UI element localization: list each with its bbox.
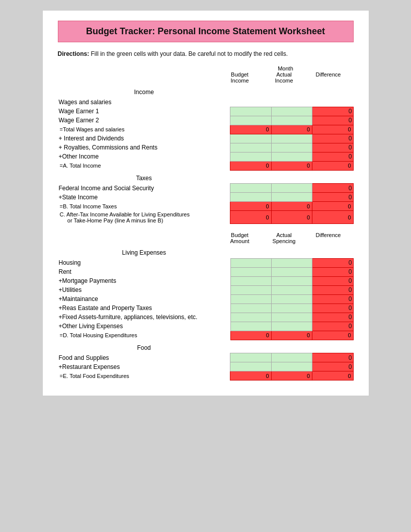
other-living-row: +Other Living Expenses 0	[58, 322, 354, 331]
food-supplies-diff: 0	[312, 353, 353, 362]
federal-tax-row: Federal Income and Social Security 0	[58, 184, 354, 193]
federal-tax-budget[interactable]	[230, 184, 271, 193]
wage-earner2-row: Wage Earner 2 0	[58, 116, 354, 125]
housing-label: Housing	[58, 258, 231, 267]
income-section-title-row: Income	[58, 85, 354, 98]
total-income-label: =A. Total Income	[58, 161, 230, 170]
fixed-assets-label: +Fixed Assets-furniture, appliances, tel…	[58, 313, 231, 322]
directions-label: Directions:	[58, 50, 90, 57]
fixed-assets-row: +Fixed Assets-furniture, appliances, tel…	[58, 313, 354, 322]
fixed-assets-actual[interactable]	[271, 313, 312, 322]
total-wages-label: =Total Wages and salaries	[58, 125, 230, 134]
living-section-title-row: Living Expenses	[58, 245, 354, 258]
food-supplies-budget[interactable]	[230, 353, 271, 362]
total-housing-diff: 0	[312, 331, 353, 340]
page-title: Budget Tracker: Personal Income Statemen…	[68, 26, 343, 37]
food-supplies-actual[interactable]	[271, 353, 312, 362]
directions-text: Fill in the green cells with your data. …	[89, 50, 288, 57]
wages-salaries-header-row: Wages and salaries	[58, 98, 354, 107]
food-section-title: Food	[58, 340, 230, 353]
month-label: Month	[278, 65, 293, 71]
total-income-diff: 0	[312, 161, 353, 170]
royalties-budget[interactable]	[230, 143, 271, 152]
interest-budget[interactable]	[230, 134, 271, 143]
budget-income-header: BudgetIncome	[218, 71, 262, 84]
federal-tax-diff: 0	[312, 184, 353, 193]
restaurant-actual[interactable]	[271, 362, 312, 371]
total-food-actual: 0	[271, 371, 312, 381]
total-income-budget: 0	[230, 161, 271, 170]
rent-actual[interactable]	[271, 267, 312, 276]
other-living-budget[interactable]	[230, 322, 271, 331]
state-income-actual[interactable]	[271, 193, 312, 202]
utilities-actual[interactable]	[271, 285, 312, 294]
mortgage-row: +Mortgage Payments 0	[58, 276, 354, 285]
wages-salaries-label: Wages and salaries	[58, 98, 230, 107]
state-income-label: +State Income	[58, 193, 230, 202]
food-table: Food Food and Supplies 0 +Restaurant Exp…	[58, 340, 354, 381]
worksheet: Budget Tracker: Personal Income Statemen…	[42, 10, 369, 396]
housing-diff: 0	[312, 258, 353, 267]
wage-earner2-actual[interactable]	[271, 116, 312, 125]
living-section-title: Living Expenses	[58, 245, 231, 258]
housing-budget[interactable]	[230, 258, 271, 267]
housing-header-row: Housing 0	[58, 258, 354, 267]
wage-earner1-diff: 0	[312, 107, 353, 116]
mortgage-budget[interactable]	[230, 276, 271, 285]
wage-earner2-budget[interactable]	[230, 116, 271, 125]
rent-diff: 0	[312, 267, 353, 276]
after-tax-row: C. After-Tax Income Available for Living…	[58, 211, 354, 224]
wage-earner2-label: Wage Earner 2	[58, 116, 230, 125]
after-tax-diff: 0	[312, 211, 353, 224]
fixed-assets-budget[interactable]	[230, 313, 271, 322]
other-income-diff: 0	[312, 152, 353, 161]
restaurant-budget[interactable]	[230, 362, 271, 371]
total-wages-diff: 0	[312, 125, 353, 134]
fixed-assets-diff: 0	[312, 313, 353, 322]
other-income-row: +Other Income 0	[58, 152, 354, 161]
state-income-diff: 0	[312, 193, 353, 202]
difference-header-living: Difference	[306, 232, 351, 244]
other-living-diff: 0	[312, 322, 353, 331]
real-estate-budget[interactable]	[230, 303, 271, 313]
total-taxes-diff: 0	[312, 202, 353, 211]
state-income-budget[interactable]	[230, 193, 271, 202]
income-table: Income Wages and salaries Wage Earner 1 …	[58, 85, 354, 171]
title-bar: Budget Tracker: Personal Income Statemen…	[58, 21, 354, 42]
rent-label: Rent	[58, 267, 231, 276]
state-income-row: +State Income 0	[58, 193, 354, 202]
living-table: Living Expenses Housing 0 Rent 0 +Mortga…	[58, 245, 354, 340]
other-living-actual[interactable]	[271, 322, 312, 331]
housing-actual[interactable]	[271, 258, 312, 267]
total-wages-row: =Total Wages and salaries 0 0 0	[58, 125, 354, 134]
income-section-title: Income	[58, 85, 230, 98]
mortgage-actual[interactable]	[271, 276, 312, 285]
maintenance-diff: 0	[312, 294, 353, 303]
total-food-diff: 0	[312, 371, 353, 381]
royalties-actual[interactable]	[271, 143, 312, 152]
total-food-budget: 0	[230, 371, 271, 381]
royalties-label: + Royalties, Commissions and Rents	[58, 143, 230, 152]
total-food-label: =E. Total Food Expenditures	[58, 371, 230, 381]
wage-earner1-budget[interactable]	[230, 107, 271, 116]
after-tax-actual: 0	[271, 211, 312, 224]
interest-label: + Interest and Dividends	[58, 134, 230, 143]
real-estate-actual[interactable]	[271, 303, 312, 313]
wage-earner1-label: Wage Earner 1	[58, 107, 230, 116]
maintenance-budget[interactable]	[230, 294, 271, 303]
other-income-budget[interactable]	[230, 152, 271, 161]
real-estate-diff: 0	[312, 303, 353, 313]
total-housing-label: =D. Total Housing Expenditures	[58, 331, 231, 340]
rent-budget[interactable]	[230, 267, 271, 276]
wage-earner1-actual[interactable]	[271, 107, 312, 116]
wage-earner2-diff: 0	[312, 116, 353, 125]
living-col-headers: BudgetAmount ActualSpencing Difference	[58, 232, 354, 244]
federal-tax-actual[interactable]	[271, 184, 312, 193]
budget-amount-header: BudgetAmount	[218, 232, 262, 244]
utilities-budget[interactable]	[230, 285, 271, 294]
other-income-actual[interactable]	[271, 152, 312, 161]
interest-row: + Interest and Dividends 0	[58, 134, 354, 143]
interest-actual[interactable]	[271, 134, 312, 143]
taxes-section-title-row: Taxes	[58, 171, 354, 184]
maintenance-actual[interactable]	[271, 294, 312, 303]
